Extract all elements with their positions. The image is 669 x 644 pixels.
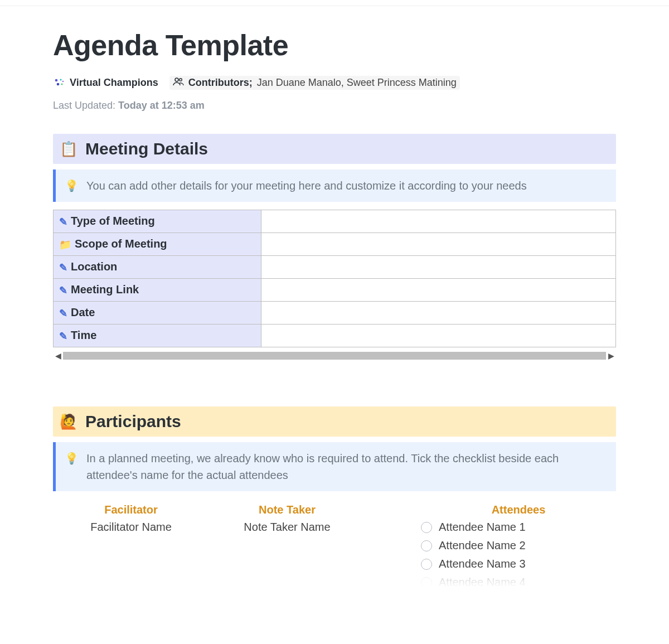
row-label[interactable]: ✎Type of Meeting <box>54 210 261 233</box>
last-updated: Last Updated: Today at 12:53 am <box>53 100 616 112</box>
section-header-participants: 🙋 Participants <box>53 406 616 437</box>
callout-text: You can add other details for your meeti… <box>86 177 527 194</box>
facilitator-column: Facilitator Facilitator Name <box>53 503 209 589</box>
pencil-icon: ✎ <box>59 262 67 273</box>
checkbox[interactable] <box>421 522 432 533</box>
section-header-meeting-details: 📋 Meeting Details <box>53 134 616 164</box>
page-title: Agenda Template <box>53 28 616 62</box>
last-updated-time: Today at 12:53 am <box>118 100 205 111</box>
page: Agenda Template Virtual Champions <box>0 6 669 589</box>
scroll-right-arrow-icon[interactable]: ▶ <box>606 351 616 360</box>
checkbox[interactable] <box>421 577 432 588</box>
checkbox[interactable] <box>421 559 432 570</box>
row-value[interactable] <box>261 279 616 302</box>
pencil-icon: ✎ <box>59 285 67 296</box>
row-value[interactable] <box>261 302 616 325</box>
table-row: 📁Scope of Meeting <box>54 233 616 256</box>
table-row: ✎Location <box>54 256 616 279</box>
table-row: ✎Meeting Link <box>54 279 616 302</box>
pencil-icon: ✎ <box>59 308 67 319</box>
lightbulb-icon: 💡 <box>65 450 79 467</box>
callout-text: In a planned meeting, we already know wh… <box>86 450 607 483</box>
list-item[interactable]: Attendee Name 3 <box>421 558 616 570</box>
row-label[interactable]: ✎Location <box>54 256 261 279</box>
contributors-label: Contributors; <box>188 77 253 89</box>
people-icon <box>173 77 184 89</box>
notetaker-column: Note Taker Note Taker Name <box>209 503 365 589</box>
row-label[interactable]: ✎Meeting Link <box>54 279 261 302</box>
notetaker-name[interactable]: Note Taker Name <box>209 521 365 534</box>
section-title: Meeting Details <box>85 139 208 158</box>
table-row: ✎Time <box>54 325 616 347</box>
meeting-details-table: ✎Type of Meeting 📁Scope of Meeting ✎Loca… <box>53 210 616 347</box>
svg-point-1 <box>60 79 61 80</box>
lightbulb-icon: 💡 <box>65 177 79 194</box>
attendee-list: Attendee Name 1 Attendee Name 2 Attendee… <box>421 521 616 589</box>
last-updated-label: Last Updated: <box>53 100 115 111</box>
pencil-icon: ✎ <box>59 216 67 227</box>
contributors-names: Jan Duane Manalo, Sweet Princess Matinin… <box>257 77 457 89</box>
contributors-chip[interactable]: Contributors; Jan Duane Manalo, Sweet Pr… <box>169 76 460 90</box>
table-row: ✎Date <box>54 302 616 325</box>
svg-point-6 <box>179 79 182 81</box>
facilitator-header: Facilitator <box>53 503 209 516</box>
list-item[interactable]: Attendee Name 2 <box>421 539 616 552</box>
pencil-icon: ✎ <box>59 331 67 342</box>
row-label[interactable]: 📁Scope of Meeting <box>54 233 261 256</box>
attendee-name: Attendee Name 3 <box>439 558 526 570</box>
table-row: ✎Type of Meeting <box>54 210 616 233</box>
svg-point-0 <box>55 79 58 81</box>
scroll-track[interactable] <box>63 352 606 360</box>
workspace-icon <box>53 77 65 89</box>
attendee-name: Attendee Name 1 <box>439 521 526 534</box>
workspace-name: Virtual Champions <box>70 77 158 89</box>
svg-point-5 <box>175 78 178 81</box>
roles-row: Facilitator Facilitator Name Note Taker … <box>53 503 616 589</box>
row-value[interactable] <box>261 233 616 256</box>
row-value[interactable] <box>261 210 616 233</box>
row-label[interactable]: ✎Date <box>54 302 261 325</box>
checkbox[interactable] <box>421 540 432 551</box>
svg-point-3 <box>61 83 62 85</box>
folder-icon: 📁 <box>59 239 71 250</box>
scroll-left-arrow-icon[interactable]: ◀ <box>53 351 63 360</box>
notetaker-header: Note Taker <box>209 503 365 516</box>
attendee-name: Attendee Name 4 <box>439 576 526 589</box>
svg-point-2 <box>57 83 60 85</box>
attendees-header: Attendees <box>421 503 616 516</box>
callout-meeting-details: 💡 You can add other details for your mee… <box>53 170 616 202</box>
meta-row: Virtual Champions Contributors; Jan Duan… <box>53 76 616 90</box>
row-label[interactable]: ✎Time <box>54 325 261 347</box>
horizontal-scrollbar[interactable]: ◀ ▶ <box>53 350 616 362</box>
list-item[interactable]: Attendee Name 1 <box>421 521 616 534</box>
section-title: Participants <box>85 412 181 431</box>
workspace-chip[interactable]: Virtual Champions <box>53 77 158 89</box>
row-value[interactable] <box>261 325 616 347</box>
raising-hand-icon: 🙋 <box>60 413 77 430</box>
svg-point-4 <box>62 80 64 81</box>
clipboard-icon: 📋 <box>60 141 77 158</box>
attendees-column: Attendees Attendee Name 1 Attendee Name … <box>365 503 616 589</box>
row-value[interactable] <box>261 256 616 279</box>
facilitator-name[interactable]: Facilitator Name <box>53 521 209 534</box>
callout-participants: 💡 In a planned meeting, we already know … <box>53 442 616 491</box>
list-item[interactable]: Attendee Name 4 <box>421 576 616 589</box>
attendee-name: Attendee Name 2 <box>439 539 526 552</box>
